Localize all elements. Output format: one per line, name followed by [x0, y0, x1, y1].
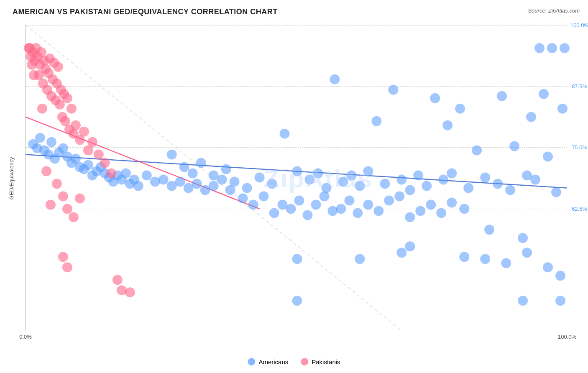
svg-point-105 — [344, 195, 354, 205]
svg-point-86 — [539, 89, 549, 99]
svg-point-85 — [534, 43, 545, 53]
svg-point-75 — [480, 173, 490, 183]
svg-point-65 — [405, 185, 415, 195]
svg-point-67 — [422, 181, 432, 191]
svg-point-71 — [447, 169, 457, 179]
svg-point-179 — [117, 285, 127, 295]
svg-point-162 — [79, 127, 89, 137]
scatter-plot-svg — [26, 25, 567, 331]
y-tick-87: 87.5% — [572, 83, 587, 89]
svg-point-115 — [447, 197, 457, 207]
svg-point-181 — [58, 252, 68, 262]
svg-point-57 — [338, 177, 348, 187]
svg-point-42 — [179, 162, 189, 172]
svg-point-30 — [142, 171, 152, 181]
svg-point-158 — [66, 104, 77, 114]
svg-point-150 — [53, 62, 63, 72]
svg-point-8 — [46, 137, 56, 147]
svg-point-164 — [87, 137, 97, 147]
svg-point-121 — [459, 252, 469, 262]
svg-point-107 — [363, 199, 373, 209]
svg-point-173 — [52, 179, 62, 189]
y-tick-100: 100.0% — [570, 22, 588, 28]
svg-point-128 — [555, 296, 565, 306]
svg-point-98 — [286, 204, 296, 214]
svg-point-45 — [209, 171, 219, 181]
svg-point-94 — [248, 199, 258, 209]
svg-point-55 — [321, 183, 331, 193]
svg-point-95 — [259, 191, 269, 201]
svg-point-178 — [112, 275, 123, 285]
svg-point-120 — [405, 241, 415, 251]
svg-point-53 — [304, 175, 314, 185]
svg-point-87 — [543, 152, 553, 162]
svg-point-5 — [35, 133, 45, 143]
svg-point-182 — [62, 262, 72, 272]
svg-point-63 — [388, 85, 398, 95]
svg-point-59 — [355, 181, 365, 191]
american-dot-legend — [248, 358, 255, 365]
svg-point-46 — [221, 164, 231, 174]
svg-point-117 — [292, 254, 302, 264]
bottom-legend: Americans Pakistanis — [248, 358, 340, 365]
svg-point-106 — [353, 208, 363, 218]
svg-point-166 — [100, 158, 110, 168]
svg-point-66 — [413, 171, 423, 181]
svg-point-168 — [25, 43, 35, 53]
svg-point-89 — [551, 187, 561, 197]
svg-point-47 — [230, 177, 240, 187]
svg-point-102 — [319, 191, 329, 201]
svg-point-49 — [255, 173, 265, 183]
svg-point-165 — [94, 150, 104, 160]
svg-point-160 — [71, 120, 81, 130]
svg-point-64 — [396, 175, 406, 185]
bottom-legend-american: Americans — [248, 358, 288, 365]
svg-point-72 — [455, 104, 465, 114]
svg-point-122 — [480, 254, 490, 264]
svg-point-112 — [415, 206, 425, 216]
svg-point-93 — [238, 193, 248, 203]
svg-point-78 — [497, 91, 507, 101]
svg-point-125 — [543, 262, 553, 272]
svg-point-48 — [242, 183, 252, 193]
svg-point-109 — [384, 195, 394, 205]
svg-point-44 — [196, 158, 206, 168]
svg-point-96 — [269, 208, 279, 218]
svg-point-43 — [188, 169, 198, 179]
svg-point-104 — [336, 204, 346, 214]
bottom-legend-pakistani: Pakistanis — [301, 358, 340, 365]
svg-point-177 — [75, 193, 85, 203]
svg-point-50 — [267, 179, 277, 189]
y-tick-62: 62.5% — [572, 205, 587, 212]
svg-point-175 — [62, 204, 72, 214]
svg-point-51 — [280, 129, 290, 139]
svg-point-170 — [37, 104, 47, 114]
svg-point-114 — [436, 208, 446, 218]
svg-point-156 — [62, 93, 72, 103]
svg-point-108 — [373, 206, 383, 216]
svg-point-116 — [459, 204, 469, 214]
svg-point-17 — [83, 160, 93, 170]
chart-container: AMERICAN VS PAKISTANI GED/EQUIVALENCY CO… — [0, 0, 588, 373]
svg-point-79 — [505, 185, 515, 195]
svg-point-68 — [430, 93, 440, 103]
svg-point-127 — [518, 296, 528, 306]
x-tick-100: 100.0% — [558, 334, 576, 340]
source-label: Source: ZipAtlas.com — [528, 8, 580, 14]
svg-point-77 — [493, 179, 503, 189]
y-tick-75: 75.0% — [572, 144, 587, 151]
svg-point-111 — [405, 212, 415, 222]
svg-point-29 — [133, 181, 143, 191]
svg-point-38 — [209, 181, 219, 191]
svg-point-90 — [555, 271, 565, 281]
svg-point-123 — [501, 258, 511, 268]
svg-point-84 — [530, 175, 540, 185]
chart-title: AMERICAN VS PAKISTANI GED/EQUIVALENCY CO… — [13, 8, 278, 16]
svg-point-176 — [69, 212, 79, 222]
svg-point-26 — [121, 169, 131, 179]
svg-point-60 — [363, 166, 373, 176]
svg-point-73 — [463, 183, 473, 193]
x-tick-0: 0.0% — [19, 334, 32, 340]
svg-point-34 — [175, 177, 185, 187]
svg-point-80 — [509, 141, 519, 151]
